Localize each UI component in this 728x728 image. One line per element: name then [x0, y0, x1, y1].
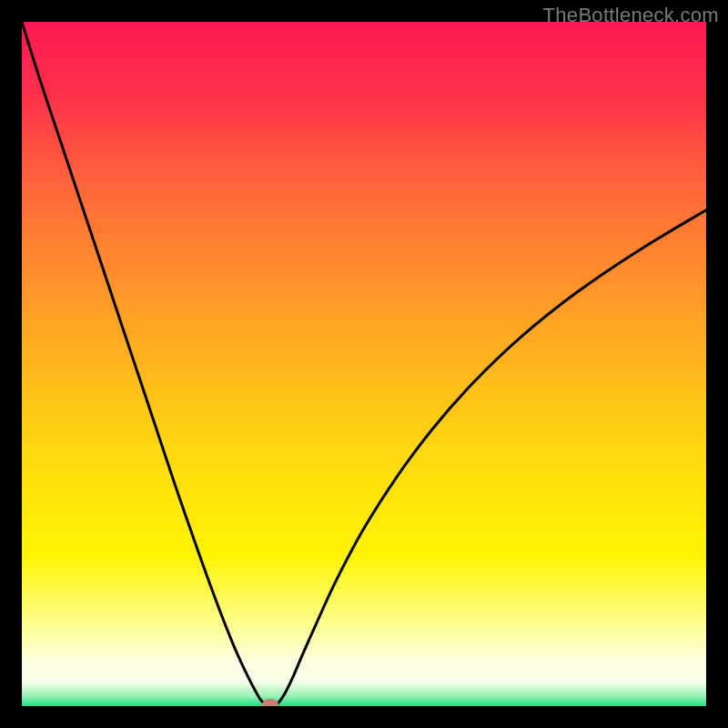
chart-background	[22, 22, 706, 706]
chart-plot-area	[22, 22, 706, 706]
watermark-text: TheBottleneck.com	[543, 4, 719, 27]
chart-svg	[22, 22, 706, 706]
chart-frame: TheBottleneck.com	[0, 0, 728, 728]
